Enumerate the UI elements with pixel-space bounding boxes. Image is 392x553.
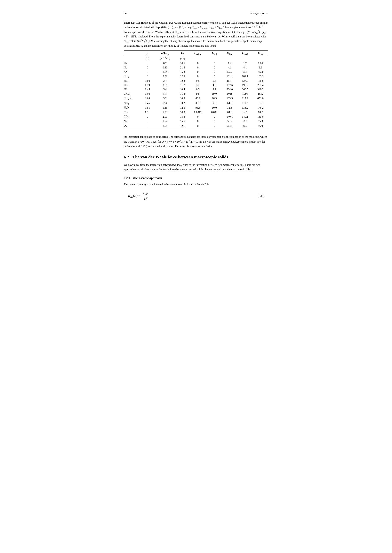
molecule-cell: CH3OH [124,96,141,101]
data-cell: 0 [141,74,154,79]
molecule-cell: Ar [124,70,141,74]
molecule-cell: H2O [124,105,141,110]
table-row: H2O1.851.4612.695.810.032.3138.2176.2 [124,105,268,110]
data-cell: 14.0 [176,110,189,115]
data-cell: 5.4 [154,87,176,92]
data-cell: 176.2 [253,105,268,110]
subheader-molecule [124,56,141,61]
col-molecule [124,50,141,56]
section-621: 6.2.1 Microscopic approach The potential… [124,176,268,187]
data-cell: 163.6 [253,115,268,119]
subheader-ctotal-unit [237,56,253,61]
data-cell: 12.6 [176,105,189,110]
data-cell: 60.7 [253,110,268,115]
data-cell: 127.0 [237,79,253,83]
header-row: 84 6 Surface forces [124,12,268,15]
data-cell: 0 [141,119,154,124]
data-cell: 0.11 [141,110,154,115]
data-cell: 1086 [237,92,253,96]
data-cell: 0.047 [207,110,222,115]
data-cell: 2.3 [154,101,176,105]
data-cell: 0 [189,115,207,119]
data-cell: 4.5 [207,83,222,87]
data-cell: 10.9 [176,96,189,101]
data-cell: 101.1 [237,74,253,79]
data-cell: 12.1 [176,124,189,129]
table-row: HCl1.042.712.89.55.8111.7127.0156.8 [124,79,268,83]
data-cell: 1.64 [154,70,176,74]
data-cell: 2.59 [154,74,176,79]
table-caption-bold: Table 6.1: [124,21,135,24]
data-cell: 95.8 [189,105,207,110]
data-cell: 140.1 [222,115,238,119]
data-cell: 8.8 [154,92,176,96]
data-cell: 349.2 [253,87,268,92]
data-cell: 1058 [222,92,238,96]
data-cell: 1.74 [154,119,176,124]
data-cell: 0 [189,119,207,124]
data-cell: 0 [207,70,222,74]
data-cell: 10.0 [207,105,222,110]
data-cell: 66.2 [189,96,207,101]
data-cell: 2.7 [154,79,176,83]
data-cell: 3.2 [189,83,207,87]
data-cell: 0.0012 [189,110,207,115]
section-62: 6.2The van der Waals force between macro… [124,154,268,172]
data-cell: 0 [141,66,154,70]
molecule-cell: O2 [124,124,141,129]
data-cell: 1.2 [222,61,238,66]
table-row: CO0.111.9514.00.00120.04764.064.160.7 [124,110,268,115]
data-cell: 0 [189,70,207,74]
equation-row: WAB(D) = − CAB D6 (6.11) [124,191,268,201]
col-ctotal: Ctotal [237,50,253,56]
molecule-cell: N2 [124,119,141,124]
data-cell: 111.7 [222,79,238,83]
data-cell: 56.7 [237,119,253,124]
molecule-cell: HCl [124,79,141,83]
data-cell: 1.46 [154,105,176,110]
molecule-cell: CH4 [124,74,141,79]
section-62-body: We now move from the interaction between… [124,163,268,172]
data-cell: 3.61 [154,83,176,87]
data-cell: 1.2 [237,61,253,66]
data-cell: 3.6 [253,66,268,70]
data-cell: 103.3 [253,74,268,79]
table-row: NH31.462.310.236.99.864.6111.2163.7 [124,101,268,105]
col-cexp: Cexp [253,50,268,56]
data-cell: 55.3 [253,119,268,124]
data-table: μ α/4πε0 hν Corient Cind Cdisp Ctotal Ce… [124,50,268,130]
subheader-cexp-unit [253,56,268,61]
table-row: O201.5812.10036.236.246.0 [124,124,268,129]
col-corient: Corient [189,50,207,56]
data-cell: 50.9 [237,70,253,74]
table-row: Ne00.4021.6004.14.13.6 [124,66,268,70]
subheader-cind-unit [207,56,222,61]
table-caption: Table 6.1: Contributions of the Keesom, … [124,21,268,48]
section-62-number: 6.2 [124,154,129,159]
table-row: He00.224.6001.21.20.86 [124,61,268,66]
data-cell: 0 [141,70,154,74]
data-cell: 0 [189,66,207,70]
data-cell: 140.1 [237,115,253,119]
col-cdisp: Cdisp [222,50,238,56]
data-cell: 0 [207,61,222,66]
data-cell: 11.7 [176,83,189,87]
data-cell: 5.8 [207,79,222,83]
table-row: HI0.455.410.40.32.2364.0366.5349.2 [124,87,268,92]
data-cell: 64.0 [222,110,238,115]
data-cell: 364.0 [222,87,238,92]
data-cell: 0.3 [189,87,207,92]
data-cell: 0 [189,124,207,129]
molecule-cell: NH3 [124,101,141,105]
data-cell: 651:0 [253,96,268,101]
subheader-mu-unit: (D) [141,56,154,61]
molecule-cell: CHCl3 [124,92,141,96]
data-cell: 0 [141,124,154,129]
table-row: CHCl31.048.811.49.519.0105810861632 [124,92,268,96]
data-cell: 0 [189,61,207,66]
data-cell: 10.4 [176,87,189,92]
molecule-cell: HI [124,87,141,92]
data-cell: 190.2 [237,83,253,87]
data-cell: 1.95 [154,110,176,115]
post-table-text: the interaction takes place as considere… [124,135,268,148]
